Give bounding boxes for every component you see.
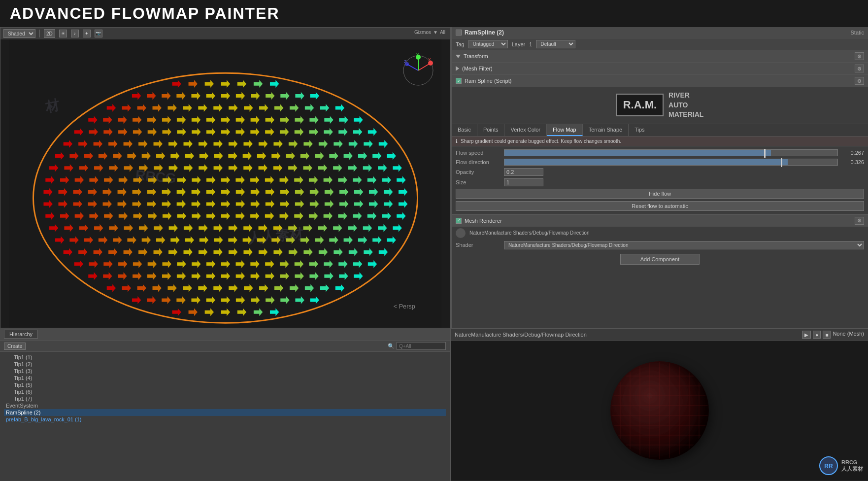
transform-gear-button[interactable]: ⚙	[855, 52, 864, 60]
svg-text:< Persp: < Persp	[394, 303, 415, 310]
hierarchy-list-item[interactable]: Tip1 (2)	[4, 361, 446, 368]
mesh-renderer-checkbox[interactable]: ✓	[456, 218, 462, 224]
script-tab-terrain-shape[interactable]: Terrain Shape	[583, 124, 629, 136]
hierarchy-list-item[interactable]: EventSystem	[4, 402, 446, 409]
hide-flow-button[interactable]: Hide flow	[456, 189, 864, 199]
size-label: Size	[456, 179, 500, 185]
svg-text:X: X	[428, 57, 431, 62]
script-tab-basic[interactable]: Basic	[452, 124, 477, 136]
shading-mode-select[interactable]: Shaded	[3, 29, 35, 38]
shader-label: Shader	[456, 242, 500, 248]
main-layout: Shaded 2D ☀ ♪ ✦ 📷 Gizmos ▼ All 材 RRCG	[0, 27, 868, 481]
viewport[interactable]: Shaded 2D ☀ ♪ ✦ 📷 Gizmos ▼ All 材 RRCG	[0, 27, 451, 328]
hierarchy-list-item[interactable]: Tip1 (5)	[4, 381, 446, 388]
flow-speed-row: Flow speed 0.267	[456, 149, 864, 156]
rrcg-sublabel: 人人素材	[841, 465, 863, 473]
transform-header[interactable]: Transform ⚙	[452, 50, 868, 62]
hierarchy-list-item[interactable]: Tip1 (7)	[4, 395, 446, 402]
ram-badge: R.A.M.	[616, 94, 664, 116]
ram-spline-header[interactable]: ✓ Ram Spline (Script) ⚙	[452, 75, 868, 87]
audio-icon[interactable]: ♪	[71, 30, 79, 37]
tag-label: Tag	[456, 41, 465, 47]
mesh-filter-section: (Mesh Filter) ⚙	[452, 63, 868, 75]
shader-preview-title: NatureManufacture Shaders/Debug/Flowmap …	[455, 332, 587, 338]
shader-select[interactable]: NatureManufacture Shaders/Debug/Flowmap …	[504, 241, 864, 249]
hierarchy-tab[interactable]: Hierarchy	[4, 330, 38, 339]
shader-preview-controls: ▶ ● ■ None (Mesh)	[802, 331, 864, 339]
flow-direction-slider[interactable]	[504, 159, 838, 166]
2d-button[interactable]: 2D	[44, 29, 55, 38]
mesh-filter-gear-button[interactable]: ⚙	[855, 65, 864, 72]
add-component-button[interactable]: Add Component	[620, 254, 700, 265]
hierarchy-search: 🔍	[388, 342, 446, 350]
flow-speed-slider[interactable]	[504, 149, 838, 156]
size-input[interactable]	[504, 178, 543, 186]
flow-direction-handle[interactable]	[781, 158, 782, 167]
script-enabled-checkbox[interactable]: ✓	[456, 78, 462, 84]
add-component-row: Add Component	[452, 251, 868, 268]
hierarchy-list[interactable]: Tip1 (1)Tip1 (2)Tip1 (3)Tip1 (4)Tip1 (5)…	[0, 352, 450, 481]
title-bar: ADVANCED FLOWMAP PAINTER	[0, 0, 868, 27]
flow-direction-value: 0.326	[842, 159, 864, 165]
script-tab-points[interactable]: Points	[477, 124, 505, 136]
warning-text: Sharp gradient could generate bugged eff…	[461, 138, 621, 144]
hierarchy-list-item[interactable]: prefab_B_big_lava_rock_01 (1)	[4, 416, 446, 423]
gizmos-dropdown-icon[interactable]: ▼	[433, 30, 438, 35]
mesh-filter-arrow-icon	[456, 66, 459, 71]
none-mesh-label: None (Mesh)	[833, 331, 864, 339]
hierarchy-list-item[interactable]: Tip1 (6)	[4, 388, 446, 395]
mesh-renderer-section: ✓ Mesh Renderer ⚙ NatureManufacture Shad…	[452, 214, 868, 251]
active-toggle[interactable]	[456, 30, 462, 35]
hierarchy-list-item[interactable]: Tip1 (1)	[4, 354, 446, 361]
shader-preview: NatureManufacture Shaders/Debug/Flowmap …	[451, 328, 868, 481]
shader-preview-header: NatureManufacture Shaders/Debug/Flowmap …	[451, 329, 868, 341]
mesh-renderer-header[interactable]: ✓ Mesh Renderer ⚙	[452, 215, 868, 227]
svg-text:RR: RR	[824, 463, 833, 470]
reset-flow-button[interactable]: Reset flow to automatic	[456, 201, 864, 211]
gizmos-label[interactable]: Gizmos	[414, 30, 431, 35]
script-tabs: BasicPointsVertex ColorFlow MapTerrain S…	[452, 124, 868, 137]
hierarchy-list-item[interactable]: Tip1 (3)	[4, 368, 446, 375]
layer-select[interactable]: Default	[536, 40, 575, 48]
tag-select[interactable]: Untagged	[468, 40, 508, 48]
search-icon: 🔍	[388, 343, 395, 349]
flowmap-svg: < Persp	[0, 39, 450, 328]
mesh-filter-label: (Mesh Filter)	[462, 66, 493, 71]
shader-preview-canvas: RR RRCG 人人素材	[451, 341, 868, 481]
script-tab-flow-map[interactable]: Flow Map	[547, 124, 583, 136]
mesh-shader-name: NatureManufacture Shaders/Debug/Flowmap …	[469, 230, 864, 236]
fx-icon[interactable]: ✦	[83, 30, 91, 37]
app-title: ADVANCED FLOWMAP PAINTER	[10, 4, 280, 23]
script-label: Ram Spline (Script)	[465, 78, 511, 84]
script-tab-vertex-color[interactable]: Vertex Color	[504, 124, 547, 136]
viewport-gizmos: Gizmos ▼ All	[414, 30, 445, 35]
preview-option2-button[interactable]: ■	[823, 331, 831, 339]
hierarchy-list-item[interactable]: Tip1 (4)	[4, 375, 446, 381]
preview-option1-button[interactable]: ●	[813, 331, 821, 339]
sphere-preview	[610, 361, 709, 460]
mesh-renderer-label: Mesh Renderer	[465, 218, 502, 224]
shader-row: Shader NatureManufacture Shaders/Debug/F…	[452, 240, 868, 251]
ram-logo-section: R.A.M. RIVER AUTO MATERIAL	[452, 87, 868, 124]
opacity-row: Opacity	[456, 168, 864, 176]
camera-icon[interactable]: 📷	[95, 30, 102, 37]
mesh-filter-header[interactable]: (Mesh Filter) ⚙	[452, 63, 868, 74]
layer-number: 1	[529, 41, 532, 47]
script-tab-tips[interactable]: Tips	[629, 124, 651, 136]
opacity-input[interactable]	[504, 168, 543, 176]
hierarchy-panel-wrap: Hierarchy Create 🔍 Tip1 (1)Tip1 (2)Tip1 …	[0, 328, 451, 481]
flow-direction-label: Flow direction	[456, 159, 500, 165]
opacity-label: Opacity	[456, 169, 500, 175]
mesh-material-icon	[456, 228, 466, 238]
hierarchy-search-input[interactable]	[397, 342, 446, 350]
flowmap-canvas: 材 RRCG 人人素材	[0, 39, 450, 328]
flow-speed-handle[interactable]	[764, 149, 766, 158]
script-gear-button[interactable]: ⚙	[855, 77, 864, 85]
preview-play-button[interactable]: ▶	[802, 331, 811, 339]
inspector-tag-row: Tag Untagged Layer 1 Default	[452, 38, 868, 50]
lighting-icon[interactable]: ☀	[59, 30, 67, 37]
hierarchy-list-item[interactable]: RamSpline (2)	[4, 409, 446, 416]
hierarchy-header: Hierarchy	[0, 328, 450, 341]
mesh-renderer-gear-button[interactable]: ⚙	[855, 217, 864, 225]
create-button[interactable]: Create	[4, 343, 26, 350]
